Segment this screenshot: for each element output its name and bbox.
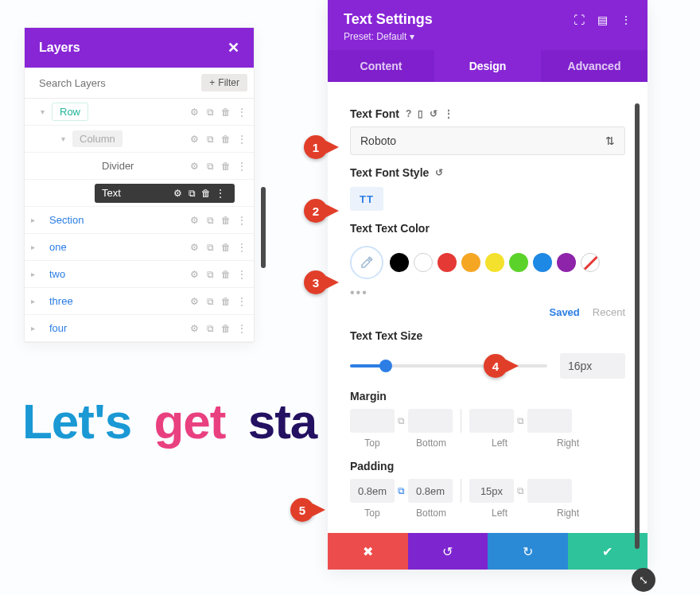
filter-button[interactable]: + Filter (201, 74, 247, 91)
layout-icon[interactable]: ▤ (597, 14, 608, 26)
search-input[interactable] (39, 77, 201, 89)
link-icon[interactable]: ⧉ (517, 415, 524, 426)
padding-left-input[interactable]: 15px (469, 479, 514, 503)
caret-icon[interactable]: ▸ (31, 216, 42, 224)
preset-selector[interactable]: Preset: Default ▾ (344, 31, 632, 42)
gear-icon[interactable]: ⚙ (187, 132, 201, 146)
more-icon[interactable]: ⋮ (213, 186, 228, 200)
eyedropper-button[interactable] (350, 246, 383, 279)
saved-tab[interactable]: Saved (549, 306, 579, 318)
duplicate-icon[interactable]: ⧉ (203, 294, 217, 309)
caret-icon[interactable]: ▾ (61, 134, 72, 143)
gear-icon[interactable]: ⚙ (187, 105, 201, 119)
trash-icon[interactable]: 🗑 (219, 132, 233, 146)
duplicate-icon[interactable]: ⧉ (185, 186, 199, 200)
more-icon[interactable]: ⋮ (235, 159, 249, 173)
scrollbar[interactable] (635, 103, 640, 549)
more-icon[interactable]: ⋮ (444, 108, 453, 119)
help-icon[interactable]: ? (406, 108, 411, 119)
color-swatch[interactable] (533, 253, 552, 272)
cancel-button[interactable]: ✖ (328, 533, 408, 570)
margin-bottom-input[interactable] (408, 409, 453, 433)
gear-icon[interactable]: ⚙ (187, 294, 201, 309)
color-swatch[interactable] (461, 253, 480, 272)
layer-row[interactable]: ▸two⚙⧉🗑⋮ (25, 261, 254, 288)
more-icon[interactable]: ⋮ (235, 132, 249, 146)
margin-left-input[interactable] (469, 409, 514, 433)
color-transparent[interactable] (581, 253, 600, 272)
color-swatch[interactable] (414, 253, 433, 272)
reset-icon[interactable]: ↺ (435, 167, 443, 178)
more-icon[interactable]: ⋮ (235, 321, 249, 336)
more-icon[interactable]: ⋮ (620, 14, 632, 26)
link-icon[interactable]: ⧉ (398, 415, 405, 426)
caret-icon[interactable]: ▸ (31, 243, 42, 251)
more-icon[interactable]: ⋮ (235, 240, 249, 255)
gear-icon[interactable]: ⚙ (187, 267, 201, 282)
layer-row[interactable]: Divider⚙⧉🗑⋮ (25, 153, 254, 180)
padding-bottom-input[interactable]: 0.8em (408, 479, 453, 503)
layer-row[interactable]: ▸Section⚙⧉🗑⋮ (25, 207, 254, 234)
trash-icon[interactable]: 🗑 (219, 240, 233, 255)
link-icon[interactable]: ⧉ (398, 485, 405, 496)
more-icon[interactable]: ⋮ (235, 105, 249, 119)
duplicate-icon[interactable]: ⧉ (203, 213, 217, 228)
trash-icon[interactable]: 🗑 (219, 213, 233, 228)
gear-icon[interactable]: ⚙ (187, 321, 201, 336)
duplicate-icon[interactable]: ⧉ (203, 132, 217, 146)
color-swatch[interactable] (509, 253, 528, 272)
caret-icon[interactable]: ▸ (31, 297, 42, 305)
layer-row[interactable]: ▾Column⚙⧉🗑⋮ (25, 126, 254, 153)
recent-tab[interactable]: Recent (593, 306, 625, 318)
trash-icon[interactable]: 🗑 (219, 105, 233, 119)
padding-right-input[interactable] (527, 479, 572, 503)
padding-top-input[interactable]: 0.8em (350, 479, 395, 503)
resize-fab[interactable]: ⤡ (632, 568, 655, 592)
trash-icon[interactable]: 🗑 (219, 294, 233, 309)
color-swatch[interactable] (438, 253, 457, 272)
trash-icon[interactable]: 🗑 (219, 159, 233, 173)
device-icon[interactable]: ▯ (418, 108, 423, 119)
tab-content[interactable]: Content (328, 50, 434, 82)
color-swatch[interactable] (485, 253, 504, 272)
link-icon[interactable]: ⧉ (517, 485, 524, 496)
size-input[interactable]: 16px (560, 353, 625, 379)
caret-icon[interactable]: ▾ (41, 107, 52, 116)
duplicate-icon[interactable]: ⧉ (203, 159, 217, 173)
trash-icon[interactable]: 🗑 (219, 267, 233, 282)
layer-row[interactable]: ▾Row⚙⧉🗑⋮ (25, 99, 254, 126)
layer-row[interactable]: Text⚙⧉🗑⋮ (25, 180, 254, 207)
layer-row[interactable]: ▸one⚙⧉🗑⋮ (25, 234, 254, 261)
more-icon[interactable]: ⋮ (235, 294, 249, 309)
gear-icon[interactable]: ⚙ (187, 213, 201, 228)
duplicate-icon[interactable]: ⧉ (203, 240, 217, 255)
caret-icon[interactable]: ▸ (31, 270, 42, 278)
trash-icon[interactable]: 🗑 (199, 186, 213, 200)
caret-icon[interactable]: ▸ (31, 324, 42, 332)
gear-icon[interactable]: ⚙ (170, 186, 185, 200)
margin-right-input[interactable] (527, 409, 572, 433)
undo-button[interactable]: ↺ (408, 533, 488, 570)
color-swatch[interactable] (557, 253, 576, 272)
uppercase-toggle[interactable]: TT (350, 187, 383, 211)
close-icon[interactable]: ✕ (228, 39, 239, 56)
more-icon[interactable]: ⋮ (235, 267, 249, 282)
layer-row[interactable]: ▸four⚙⧉🗑⋮ (25, 315, 254, 342)
reset-icon[interactable]: ↺ (430, 108, 438, 119)
scrollbar[interactable] (261, 187, 266, 268)
duplicate-icon[interactable]: ⧉ (203, 267, 217, 282)
duplicate-icon[interactable]: ⧉ (203, 105, 217, 119)
color-swatch[interactable] (390, 253, 409, 272)
more-icon[interactable]: ⋮ (235, 213, 249, 228)
layer-row[interactable]: ▸three⚙⧉🗑⋮ (25, 288, 254, 315)
redo-button[interactable]: ↻ (488, 533, 568, 570)
more-colors[interactable]: ••• (350, 286, 625, 300)
trash-icon[interactable]: 🗑 (219, 321, 233, 336)
gear-icon[interactable]: ⚙ (187, 159, 201, 173)
gear-icon[interactable]: ⚙ (187, 240, 201, 255)
tab-design[interactable]: Design (434, 50, 541, 82)
expand-icon[interactable]: ⛶ (574, 14, 585, 26)
duplicate-icon[interactable]: ⧉ (203, 321, 217, 336)
margin-top-input[interactable] (350, 409, 395, 433)
tab-advanced[interactable]: Advanced (541, 50, 648, 82)
